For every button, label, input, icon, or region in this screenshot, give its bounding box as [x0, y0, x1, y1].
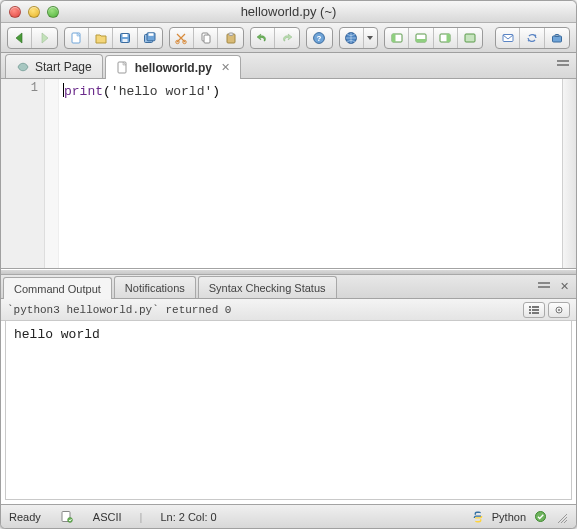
- traffic-lights: [9, 6, 59, 18]
- tabs-overflow-button[interactable]: [554, 57, 572, 71]
- komodo-icon: [16, 60, 30, 74]
- save-all-button[interactable]: [138, 28, 162, 48]
- svg-rect-30: [538, 286, 550, 288]
- redo-button[interactable]: [275, 28, 299, 48]
- bottom-tabs-overflow-button[interactable]: [536, 279, 552, 293]
- status-encoding[interactable]: ASCII: [93, 511, 122, 523]
- main-toolbar: ?: [1, 23, 576, 53]
- status-separator: |: [140, 511, 143, 523]
- command-output-body[interactable]: hello world: [5, 321, 572, 500]
- code-token-paren-open: (: [103, 84, 111, 99]
- toggle-left-panel-button[interactable]: [385, 28, 409, 48]
- resize-grip[interactable]: [554, 510, 568, 524]
- tab-label: Notifications: [125, 282, 185, 294]
- status-message: Ready: [9, 511, 41, 523]
- tab-label: Command Output: [14, 283, 101, 295]
- svg-point-38: [558, 309, 560, 311]
- svg-rect-31: [529, 306, 531, 308]
- toolbar-group-nav: [7, 27, 58, 49]
- output-list-view-button[interactable]: [523, 302, 545, 318]
- bottom-tabs-controls: ✕: [536, 279, 572, 293]
- copy-button[interactable]: [194, 28, 218, 48]
- toggle-bottom-panel-button[interactable]: [409, 28, 433, 48]
- svg-rect-28: [557, 64, 569, 66]
- syntax-ok-icon: [532, 510, 548, 524]
- svg-rect-21: [447, 34, 451, 42]
- status-language[interactable]: Python: [492, 511, 526, 523]
- status-file-button[interactable]: [59, 510, 75, 524]
- svg-rect-32: [532, 306, 539, 308]
- toggle-right-panel-button[interactable]: [434, 28, 458, 48]
- svg-rect-10: [204, 35, 210, 43]
- nav-back-button[interactable]: [8, 28, 32, 48]
- close-window-button[interactable]: [9, 6, 21, 18]
- text-cursor: [63, 83, 64, 97]
- code-token-paren-close: ): [212, 84, 220, 99]
- python-icon: [470, 510, 486, 524]
- toolbar-group-tools: [495, 27, 570, 49]
- fullscreen-button[interactable]: [458, 28, 482, 48]
- tab-helloworld[interactable]: helloworld.py ✕: [105, 55, 241, 79]
- svg-rect-29: [538, 282, 550, 284]
- titlebar: helloworld.py (~): [1, 1, 576, 23]
- line-number: 1: [31, 81, 38, 95]
- code-token-func: print: [64, 84, 103, 99]
- mail-button[interactable]: [496, 28, 520, 48]
- browser-preview-button[interactable]: [340, 28, 364, 48]
- browser-preview-menu-button[interactable]: [364, 28, 377, 48]
- toolbar-group-undo: [250, 27, 301, 49]
- cut-button[interactable]: [170, 28, 194, 48]
- file-icon: [116, 61, 130, 75]
- toolbar-group-clipboard: [169, 27, 244, 49]
- toolbar-group-panels: [384, 27, 483, 49]
- folding-margin[interactable]: [45, 79, 59, 268]
- toolbar-group-browser: [339, 27, 378, 49]
- svg-rect-27: [557, 60, 569, 62]
- open-file-button[interactable]: [89, 28, 113, 48]
- tab-start-page[interactable]: Start Page: [5, 54, 103, 78]
- new-file-button[interactable]: [65, 28, 89, 48]
- code-content[interactable]: print('hello world'): [59, 79, 562, 268]
- svg-rect-6: [148, 33, 153, 36]
- tab-label: Start Page: [35, 60, 92, 74]
- tab-notifications[interactable]: Notifications: [114, 276, 196, 298]
- line-number-gutter: 1: [1, 79, 45, 268]
- help-button[interactable]: ?: [307, 28, 331, 48]
- tab-label: helloworld.py: [135, 61, 212, 75]
- code-editor[interactable]: 1 print('hello world'): [1, 79, 576, 269]
- bottom-panel-close-button[interactable]: ✕: [556, 279, 572, 293]
- svg-rect-17: [392, 34, 396, 42]
- command-output-header: `python3 helloworld.py` returned 0: [1, 299, 576, 321]
- tab-close-button[interactable]: ✕: [221, 61, 230, 74]
- tab-syntax-checking[interactable]: Syntax Checking Status: [198, 276, 337, 298]
- zoom-window-button[interactable]: [47, 6, 59, 18]
- svg-rect-19: [416, 39, 426, 42]
- status-bar-right: Python: [470, 510, 568, 524]
- command-output-panel: `python3 helloworld.py` returned 0 hello…: [1, 299, 576, 504]
- svg-rect-2: [122, 34, 127, 37]
- editor-tabs: Start Page helloworld.py ✕: [1, 53, 576, 79]
- undo-button[interactable]: [251, 28, 275, 48]
- toolbar-group-file: [64, 27, 163, 49]
- output-settings-button[interactable]: [548, 302, 570, 318]
- svg-rect-23: [503, 34, 513, 41]
- sync-button[interactable]: [520, 28, 544, 48]
- minimize-window-button[interactable]: [28, 6, 40, 18]
- status-cursor-position[interactable]: Ln: 2 Col: 0: [160, 511, 216, 523]
- toolbox-button[interactable]: [545, 28, 569, 48]
- app-window: helloworld.py (~): [0, 0, 577, 529]
- tab-label: Syntax Checking Status: [209, 282, 326, 294]
- command-output-header-controls: [523, 302, 570, 318]
- svg-point-40: [68, 518, 73, 523]
- paste-button[interactable]: [218, 28, 242, 48]
- svg-text:?: ?: [317, 34, 322, 43]
- save-file-button[interactable]: [113, 28, 137, 48]
- tab-command-output[interactable]: Command Output: [3, 277, 112, 299]
- toolbar-group-help: ?: [306, 27, 332, 49]
- status-bar: Ready ASCII | Ln: 2 Col: 0 Python: [1, 504, 576, 528]
- svg-rect-35: [529, 312, 531, 314]
- command-output-status-text: `python3 helloworld.py` returned 0: [7, 304, 231, 316]
- editor-scrollbar[interactable]: [562, 79, 576, 268]
- code-token-string: 'hello world': [111, 84, 212, 99]
- nav-forward-button[interactable]: [32, 28, 56, 48]
